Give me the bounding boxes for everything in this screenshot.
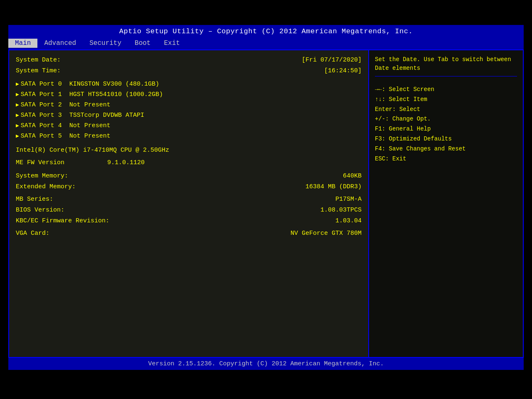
- me-fw-value: 9.1.0.1120: [107, 158, 145, 168]
- shortcut-key-f1: F1:: [375, 126, 389, 132]
- kbc-firmware-label: KBC/EC Firmware Revision:: [16, 216, 109, 226]
- shortcut-select-item: ↑↓: Select Item: [375, 95, 517, 105]
- system-date-label: System Date:: [16, 55, 61, 65]
- system-time-value: [16:24:50]: [324, 66, 362, 76]
- shortcut-action-esc: Exit: [392, 155, 406, 162]
- sata-port-0-device: KINGSTON SV300 (480.1GB): [69, 79, 159, 89]
- shortcut-key-f3: F3:: [375, 135, 389, 142]
- sata-port-0-row[interactable]: ▶ SATA Port 0 KINGSTON SV300 (480.1GB): [16, 79, 362, 89]
- system-memory-row: System Memory: 640KB: [16, 171, 362, 181]
- sata-arrow-4: ▶: [16, 122, 19, 131]
- sata-port-3-row[interactable]: ▶ SATA Port 3 TSSTcorp DVDWB ATAPI: [16, 111, 362, 121]
- shortcut-key-select-item: ↑↓:: [375, 96, 389, 103]
- bios-version-label: BIOS Version:: [16, 205, 64, 215]
- mb-series-row: MB Series: P17SM-A: [16, 195, 362, 204]
- sata-port-3-device: TSSTcorp DVDWB ATAPI: [69, 111, 144, 121]
- left-panel: System Date: [Fri 07/17/2020] System Tim…: [9, 50, 369, 357]
- status-bar: Version 2.15.1236. Copyright (C) 2012 Am…: [8, 358, 524, 370]
- shortcut-action-enter: Select: [399, 106, 420, 113]
- extended-memory-value: 16384 MB (DDR3): [305, 182, 362, 192]
- shortcut-change-opt: +/-: Change Opt.: [375, 114, 517, 124]
- mb-series-label: MB Series:: [16, 195, 53, 204]
- system-date-row[interactable]: System Date: [Fri 07/17/2020]: [16, 55, 362, 65]
- me-fw-row: ME FW Version 9.1.0.1120: [16, 158, 362, 168]
- sata-port-5-row[interactable]: ▶ SATA Port 5 Not Present: [16, 131, 362, 141]
- system-time-row[interactable]: System Time: [16:24:50]: [16, 66, 362, 76]
- bios-section: MB Series: P17SM-A BIOS Version: 1.08.03…: [16, 195, 362, 226]
- status-text: Version 2.15.1236. Copyright (C) 2012 Am…: [148, 360, 384, 367]
- sata-port-4-row[interactable]: ▶ SATA Port 4 Not Present: [16, 121, 362, 131]
- shortcut-action-f1: General Help: [389, 126, 431, 132]
- sata-port-0-label: SATA Port 0: [21, 79, 69, 89]
- sata-port-5-device: Not Present: [69, 131, 111, 141]
- sata-port-2-row[interactable]: ▶ SATA Port 2 Not Present: [16, 100, 362, 110]
- sata-port-4-device: Not Present: [69, 121, 111, 131]
- vga-section: VGA Card: NV GeForce GTX 780M: [16, 229, 362, 239]
- extended-memory-row: Extended Memory: 16384 MB (DDR3): [16, 182, 362, 192]
- shortcut-key-esc: ESC:: [375, 155, 392, 162]
- extended-memory-label: Extended Memory:: [16, 182, 76, 192]
- bios-version-row: BIOS Version: 1.08.03TPCS: [16, 205, 362, 215]
- sata-port-1-device: HGST HTS541010 (1000.2GB): [69, 90, 163, 100]
- kbc-firmware-value: 1.03.04: [335, 216, 362, 226]
- system-date-value: [Fri 07/17/2020]: [302, 55, 362, 65]
- help-description: Set the Date. Use Tab to switch between …: [375, 55, 517, 73]
- mb-series-value: P17SM-A: [335, 195, 362, 204]
- sata-arrow-3: ▶: [16, 111, 19, 120]
- vga-card-row: VGA Card: NV GeForce GTX 780M: [16, 229, 362, 239]
- vga-card-value: NV GeForce GTX 780M: [291, 229, 362, 239]
- sata-arrow-2: ▶: [16, 101, 19, 110]
- sata-port-2-device: Not Present: [69, 100, 111, 110]
- shortcut-select-screen: →←: Select Screen: [375, 85, 517, 95]
- sata-arrow-1: ▶: [16, 91, 19, 99]
- shortcut-action-change-opt: Change Opt.: [392, 116, 431, 122]
- vga-card-label: VGA Card:: [16, 229, 49, 239]
- title-bar: Aptio Setup Utility – Copyright (C) 2012…: [8, 25, 524, 38]
- sata-port-2-label: SATA Port 2: [21, 100, 69, 110]
- bios-screen: Aptio Setup Utility – Copyright (C) 2012…: [8, 25, 524, 382]
- shortcut-action-f4: Save Changes and Reset: [389, 145, 466, 152]
- kbc-firmware-row: KBC/EC Firmware Revision: 1.03.04: [16, 216, 362, 226]
- main-content: System Date: [Fri 07/17/2020] System Tim…: [8, 49, 524, 358]
- sata-port-5-label: SATA Port 5: [21, 131, 69, 141]
- system-memory-value: 640KB: [343, 171, 362, 181]
- sata-port-4-label: SATA Port 4: [21, 121, 69, 131]
- shortcut-key-select-screen: →←:: [375, 86, 389, 93]
- shortcut-action-select-screen: Select Screen: [389, 86, 434, 93]
- shortcut-esc: ESC: Exit: [375, 154, 517, 164]
- menu-item-advanced[interactable]: Advanced: [37, 39, 83, 48]
- sata-port-3-label: SATA Port 3: [21, 111, 69, 121]
- menu-item-main[interactable]: Main: [8, 39, 37, 48]
- menu-item-security[interactable]: Security: [83, 39, 128, 48]
- help-divider: [375, 76, 517, 76]
- menu-item-boot[interactable]: Boot: [128, 39, 157, 48]
- system-memory-label: System Memory:: [16, 171, 68, 181]
- sata-arrow-0: ▶: [16, 80, 19, 89]
- memory-section: System Memory: 640KB Extended Memory: 16…: [16, 171, 362, 192]
- shortcut-key-change-opt: +/-:: [375, 116, 392, 122]
- shortcut-key-f4: F4:: [375, 145, 389, 152]
- shortcut-key-enter: Enter:: [375, 106, 399, 113]
- sata-arrow-5: ▶: [16, 132, 19, 141]
- shortcut-f4: F4: Save Changes and Reset: [375, 144, 517, 154]
- menu-item-exit[interactable]: Exit: [157, 39, 186, 48]
- title-text: Aptio Setup Utility – Copyright (C) 2012…: [119, 27, 413, 35]
- me-fw-label: ME FW Version: [16, 158, 107, 168]
- shortcut-f3: F3: Optimized Defaults: [375, 134, 517, 144]
- bios-version-value: 1.08.03TPCS: [320, 205, 362, 215]
- shortcut-action-select-item: Select Item: [389, 96, 427, 103]
- menu-bar[interactable]: Main Advanced Security Boot Exit: [8, 38, 524, 49]
- cpu-label: Intel(R) Core(TM) i7-4710MQ CPU @ 2.50GH…: [16, 145, 362, 155]
- system-time-label: System Time:: [16, 66, 61, 76]
- shortcut-enter: Enter: Select: [375, 105, 517, 115]
- shortcut-action-f3: Optimized Defaults: [389, 135, 452, 142]
- sata-port-1-row[interactable]: ▶ SATA Port 1 HGST HTS541010 (1000.2GB): [16, 90, 362, 100]
- sata-port-1-label: SATA Port 1: [21, 90, 69, 100]
- right-panel: Set the Date. Use Tab to switch between …: [369, 50, 523, 357]
- help-shortcuts: →←: Select Screen ↑↓: Select Item Enter:…: [375, 85, 517, 164]
- shortcut-f1: F1: General Help: [375, 124, 517, 134]
